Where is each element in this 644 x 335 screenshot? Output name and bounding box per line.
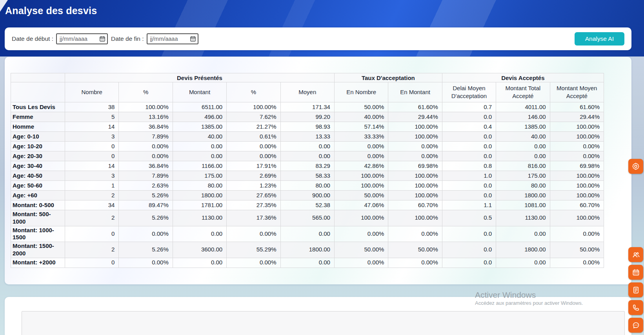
cell-value: 1781.00 <box>173 200 226 210</box>
cell-value: 38 <box>65 102 119 112</box>
cell-value: 89.47% <box>119 200 173 210</box>
cell-value: 13.16% <box>119 112 173 122</box>
start-date-wrap <box>56 33 108 44</box>
cell-value: 100.00% <box>550 210 604 226</box>
gear-icon <box>631 162 640 171</box>
cell-value: 40.00 <box>173 132 226 142</box>
analyse-ai-button[interactable]: Analyse AI <box>575 32 624 46</box>
cell-value: 80.00 <box>173 181 226 191</box>
cell-value: 2.69% <box>227 171 280 181</box>
cell-value: 0.00 <box>173 258 226 268</box>
cell-value: 100.00% <box>334 171 388 181</box>
settings-button[interactable] <box>628 159 643 174</box>
cell-value: 100.00% <box>550 122 604 132</box>
cell-value: 21.27% <box>227 122 280 132</box>
cell-value: 98.93 <box>280 122 334 132</box>
table-row: Homme1436.84%1385.0021.27%98.9357.14%100… <box>11 122 604 132</box>
cell-value: 0.00% <box>334 142 388 151</box>
bottom-empty-box <box>22 311 625 335</box>
cell-value: 0.00% <box>119 226 173 242</box>
cell-value: 1385.00 <box>496 122 550 132</box>
cell-value: 100.00% <box>119 102 173 112</box>
cell-value: 40.00 <box>496 132 550 142</box>
cell-value: 0.00% <box>550 142 604 151</box>
column-header: En Montant <box>388 82 442 102</box>
start-date-label: Date de début : <box>12 35 53 42</box>
column-header: Delai Moyen D'acceptation <box>442 82 496 102</box>
column-header: Montant <box>173 82 226 102</box>
cell-value: 5.26% <box>119 191 173 200</box>
cell-value: 0.00 <box>496 258 550 268</box>
cell-value: 0.00 <box>173 226 226 242</box>
cell-value: 5.26% <box>119 242 173 258</box>
row-label: Femme <box>11 112 65 122</box>
cell-value: 34 <box>65 200 119 210</box>
chat-icon <box>632 321 640 330</box>
cell-value: 0.0 <box>442 132 496 142</box>
cell-value: 0.00% <box>550 151 604 161</box>
cell-value: 50.00% <box>334 191 388 200</box>
cell-value: 0.00% <box>388 142 442 151</box>
cell-value: 100.00% <box>388 191 442 200</box>
cell-value: 0.00 <box>280 226 334 242</box>
documents-button[interactable] <box>628 282 643 297</box>
cell-value: 61.60% <box>388 102 442 112</box>
cell-value: 0.8 <box>442 161 496 171</box>
cell-value: 3600.00 <box>173 242 226 258</box>
row-label: Tous Les Devis <box>11 102 65 112</box>
cell-value: 0.00% <box>334 226 388 242</box>
cell-value: 1800.00 <box>173 191 226 200</box>
cell-value: 0.00 <box>496 151 550 161</box>
cell-value: 14 <box>65 161 119 171</box>
cell-value: 1385.00 <box>173 122 226 132</box>
table-row: Age: 0-1037.89%40.000.61%13.3333.33%100.… <box>11 132 604 142</box>
cell-value: 17.91% <box>227 161 280 171</box>
cell-value: 52.38 <box>280 200 334 210</box>
calendar-picker-icon[interactable] <box>190 36 196 44</box>
cell-value: 7.89% <box>119 132 173 142</box>
cell-value: 100.00% <box>388 132 442 142</box>
cell-value: 0 <box>65 142 119 151</box>
cell-value: 0.00% <box>388 226 442 242</box>
corner-subheader <box>11 82 65 102</box>
calendar-button[interactable] <box>628 265 643 280</box>
table-row: Montant: 1500-200025.26%3600.0055.29%180… <box>11 242 604 258</box>
cell-value: 0.00 <box>496 226 550 242</box>
table-column-header-row: Nombre%Montant%MoyenEn NombreEn MontantD… <box>11 82 604 102</box>
calendar-picker-icon[interactable] <box>99 36 106 44</box>
cell-value: 0.00% <box>227 258 280 268</box>
chat-button[interactable] <box>628 318 643 333</box>
cell-value: 5 <box>65 112 119 122</box>
cell-value: 816.00 <box>496 161 550 171</box>
cell-value: 58.33 <box>280 171 334 181</box>
cell-value: 100.00% <box>388 171 442 181</box>
column-header: Montant Moyen Accepté <box>550 82 604 102</box>
phone-icon <box>632 304 640 312</box>
cell-value: 99.20 <box>280 112 334 122</box>
cell-value: 1166.00 <box>173 161 226 171</box>
users-button[interactable] <box>628 247 643 262</box>
cell-value: 80.00 <box>496 181 550 191</box>
cell-value: 13.33 <box>280 132 334 142</box>
cell-value: 50.00% <box>334 102 388 112</box>
cell-value: 100.00% <box>388 122 442 132</box>
column-header: % <box>119 82 173 102</box>
cell-value: 0.00% <box>334 151 388 161</box>
cell-value: 100.00% <box>550 171 604 181</box>
cell-value: 0.00 <box>280 142 334 151</box>
cell-value: 1800.00 <box>496 242 550 258</box>
cell-value: 1130.00 <box>173 210 226 226</box>
cell-value: 50.00% <box>334 242 388 258</box>
cell-value: 0.7 <box>442 102 496 112</box>
row-label: Age: 40-50 <box>11 171 65 181</box>
cell-value: 7.62% <box>227 112 280 122</box>
phone-button[interactable] <box>628 300 643 315</box>
table-row: Age: 20-3000.00%0.000.00%0.000.00%0.00%0… <box>11 151 604 161</box>
cell-value: 0.00% <box>550 258 604 268</box>
cell-value: 29.44% <box>550 112 604 122</box>
cell-value: 0.00% <box>119 151 173 161</box>
row-label: Age: 50-60 <box>11 181 65 191</box>
cell-value: 175.00 <box>496 171 550 181</box>
cell-value: 565.00 <box>280 210 334 226</box>
cell-value: 57.14% <box>334 122 388 132</box>
